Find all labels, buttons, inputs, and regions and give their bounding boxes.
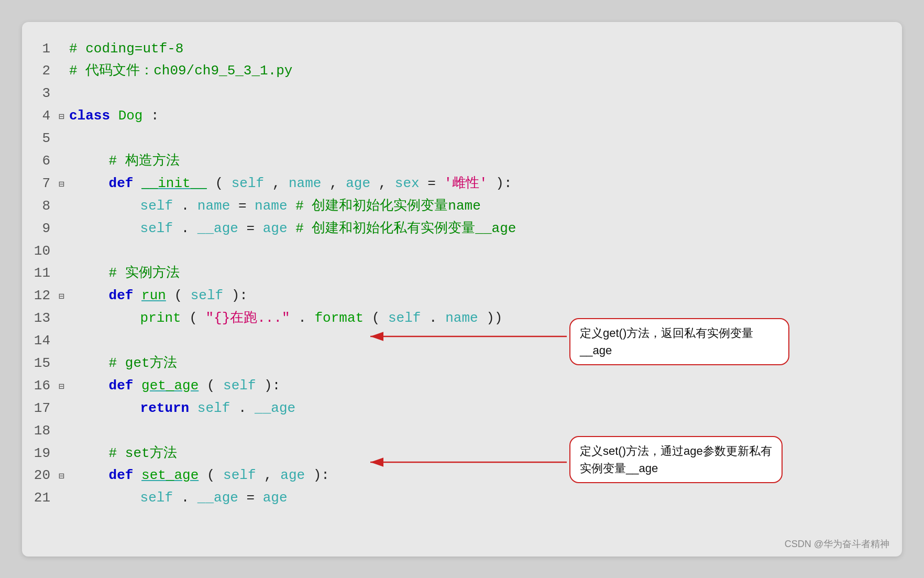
line-num-10: 10 [32,240,59,263]
line-17-content: return self . __age [69,397,881,420]
line-11-content: # 实例方法 [69,262,881,285]
collapse-7[interactable]: ⊟ [59,177,69,193]
line-9-content: self . __age = age # 创建和初始化私有实例变量__age [69,217,881,240]
line-num-9: 9 [32,217,59,240]
annotation-text-1: 定义get()方法，返回私有实例变量__age [569,318,789,365]
line-num-6: 6 [32,150,59,172]
code-line-5: 5 [32,127,881,150]
line-8-content: self . name = name # 创建和初始化实例变量name [69,195,881,217]
line-num-2: 2 [32,60,59,82]
code-line-9: 9 self . __age = age # 创建和初始化私有实例变量__age [32,217,881,240]
code-line-17: 17 return self . __age [32,397,881,420]
code-line-8: 8 self . name = name # 创建和初始化实例变量name [32,195,881,217]
annotation-box-2: 定义set()方法，通过age参数更新私有 实例变量__age [569,436,783,483]
line-12-content: def run ( self ): [69,285,881,307]
line-6-content: # 构造方法 [69,150,881,172]
code-line-11: 11 # 实例方法 [32,262,881,285]
code-line-10: 10 [32,240,881,263]
line-num-19: 19 [32,442,59,465]
line-num-7: 7 [32,172,59,195]
code-line-2: 2 # 代码文件：ch09/ch9_5_3_1.py [32,60,881,82]
line-num-5: 5 [32,127,59,150]
collapse-20[interactable]: ⊟ [59,469,69,485]
line-num-15: 15 [32,352,59,375]
annotation-text-2: 定义set()方法，通过age参数更新私有 实例变量__age [569,436,783,483]
collapse-16[interactable]: ⊟ [59,379,69,395]
line-num-1: 1 [32,38,59,60]
line-num-4: 4 [32,105,59,127]
line-2-content: # 代码文件：ch09/ch9_5_3_1.py [69,60,881,82]
line-1-content: # coding=utf-8 [69,38,881,60]
code-line-3: 3 [32,82,881,105]
line-num-17: 17 [32,397,59,420]
line-num-20: 20 [32,464,59,487]
code-line-16: 16 ⊟ def get_age ( self ): [32,375,881,397]
line-16-content: def get_age ( self ): [69,375,881,397]
code-container: 1 # coding=utf-8 2 # 代码文件：ch09/ch9_5_3_1… [22,22,902,557]
code-line-4: 4 ⊟ class Dog : [32,105,881,127]
line-num-13: 13 [32,307,59,330]
collapse-4[interactable]: ⊟ [59,110,69,125]
line-21-content: self . __age = age [69,487,881,509]
line-7-content: def __init__ ( self , name , age , sex =… [69,172,881,195]
code-line-12: 12 ⊟ def run ( self ): [32,285,881,307]
line-num-12: 12 [32,285,59,307]
line-num-8: 8 [32,195,59,217]
line-num-3: 3 [32,82,59,105]
code-line-7: 7 ⊟ def __init__ ( self , name , age , s… [32,172,881,195]
line-num-21: 21 [32,487,59,509]
line-num-11: 11 [32,262,59,285]
line-4-content: class Dog : [69,105,881,127]
code-line-1: 1 # coding=utf-8 [32,38,881,60]
annotation-box-1: 定义get()方法，返回私有实例变量__age [569,318,789,365]
line-num-16: 16 [32,375,59,397]
line-num-14: 14 [32,330,59,352]
line-num-18: 18 [32,420,59,442]
watermark: CSDN @华为奋斗者精神 [785,538,889,550]
collapse-12[interactable]: ⊟ [59,289,69,305]
code-line-6: 6 # 构造方法 [32,150,881,172]
code-line-21: 21 self . __age = age [32,487,881,509]
